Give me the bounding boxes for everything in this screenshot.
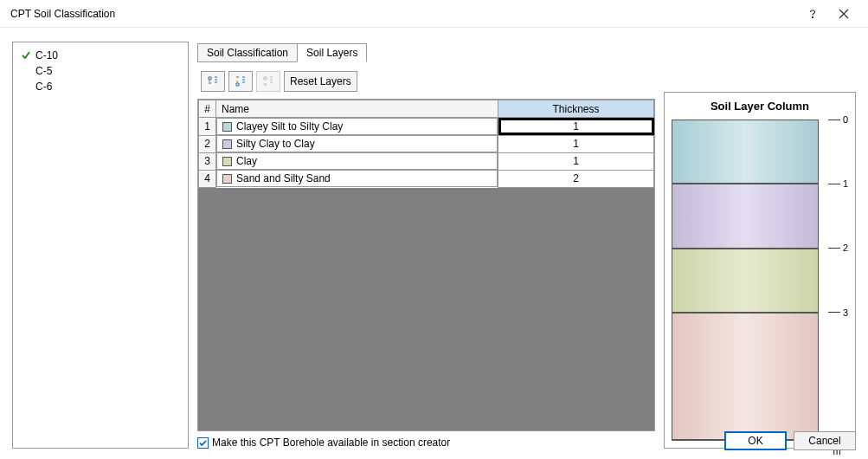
depth-tick: 2 — [828, 242, 848, 253]
section-creator-checkbox[interactable] — [197, 437, 209, 449]
table-row[interactable]: 1Clayey Silt to Silty Clay1 — [199, 118, 654, 136]
soil-layer-column-panel: Soil Layer Column 01235 m — [664, 92, 856, 449]
row-number: 2 — [199, 135, 216, 152]
row-number: 4 — [199, 170, 216, 187]
depth-tick: 3 — [828, 307, 848, 318]
col-header-thickness[interactable]: Thickness — [498, 100, 654, 118]
ok-label: OK — [748, 435, 762, 447]
layer-bar — [672, 120, 819, 184]
window-title: CPT Soil Classification — [9, 8, 115, 20]
check-icon — [20, 49, 32, 61]
layer-name-cell[interactable]: Silty Clay to Clay — [216, 135, 498, 152]
layer-name: Silty Clay to Clay — [236, 138, 315, 150]
borehole-item[interactable]: C-10 — [15, 48, 186, 63]
borehole-label: C-10 — [35, 49, 58, 61]
table-row[interactable]: 3Clay1 — [199, 152, 654, 170]
thickness-cell[interactable]: 1 — [498, 152, 654, 170]
borehole-item[interactable]: C-5 — [15, 63, 186, 79]
insert-row-after-button[interactable] — [228, 71, 253, 92]
depth-tick: 1 — [828, 178, 848, 189]
depth-tick: 0 — [828, 114, 848, 125]
help-button[interactable] — [797, 2, 828, 26]
layers-grid[interactable]: # Name Thickness 1Clayey Silt to Silty C… — [198, 100, 654, 188]
layer-name: Clay — [236, 155, 257, 167]
layer-name: Clayey Silt to Silty Clay — [236, 120, 343, 133]
borehole-label: C-5 — [35, 65, 52, 77]
layers-grid-container: # Name Thickness 1Clayey Silt to Silty C… — [197, 99, 655, 431]
cancel-button[interactable]: Cancel — [794, 431, 856, 450]
layer-bar — [672, 249, 819, 313]
layer-name-cell[interactable]: Clayey Silt to Silty Clay — [216, 118, 498, 135]
soil-layer-column-title: Soil Layer Column — [672, 100, 848, 113]
layer-name: Sand and Silty Sand — [236, 172, 331, 184]
col-header-num[interactable]: # — [199, 100, 216, 118]
color-swatch — [222, 122, 232, 132]
soil-layer-visualization: 01235 m — [672, 120, 848, 441]
row-number: 1 — [199, 118, 216, 136]
color-swatch — [222, 139, 232, 149]
thickness-cell[interactable]: 1 — [498, 135, 654, 152]
row-number: 3 — [199, 152, 216, 170]
tab-soil-layers[interactable]: Soil Layers — [297, 43, 367, 62]
section-creator-label: Make this CPT Borehole available in sect… — [212, 436, 450, 449]
thickness-cell[interactable]: 1 — [498, 118, 654, 136]
reset-layers-button[interactable]: Reset Layers — [284, 71, 357, 92]
ok-button[interactable]: OK — [724, 431, 787, 450]
borehole-item[interactable]: C-6 — [15, 79, 186, 94]
col-header-name[interactable]: Name — [216, 100, 498, 118]
insert-row-before-button[interactable] — [201, 71, 225, 92]
cancel-label: Cancel — [808, 435, 840, 447]
color-swatch — [222, 157, 232, 166]
borehole-list[interactable]: C-10C-5C-6 — [12, 42, 189, 449]
tab-soil-classification[interactable]: Soil Classification — [197, 43, 298, 62]
check-icon — [20, 65, 32, 77]
layer-name-cell[interactable]: Sand and Silty Sand — [216, 170, 498, 187]
table-row[interactable]: 2Silty Clay to Clay1 — [199, 135, 654, 152]
tab-strip: Soil ClassificationSoil Layers — [197, 42, 856, 62]
layer-name-cell[interactable]: Clay — [216, 152, 498, 170]
close-button[interactable] — [828, 2, 859, 26]
table-row[interactable]: 4Sand and Silty Sand2 — [199, 170, 654, 187]
svg-point-0 — [812, 16, 813, 17]
borehole-label: C-6 — [35, 81, 52, 93]
color-swatch — [222, 174, 232, 184]
title-bar: CPT Soil Classification — [0, 0, 868, 28]
layer-toolbar: Reset Layers — [197, 62, 655, 99]
layer-bar — [672, 184, 819, 248]
check-icon — [20, 81, 32, 93]
reset-layers-label: Reset Layers — [290, 75, 351, 87]
layer-bar — [672, 313, 819, 440]
delete-row-button — [256, 71, 280, 92]
thickness-cell[interactable]: 2 — [498, 170, 654, 187]
